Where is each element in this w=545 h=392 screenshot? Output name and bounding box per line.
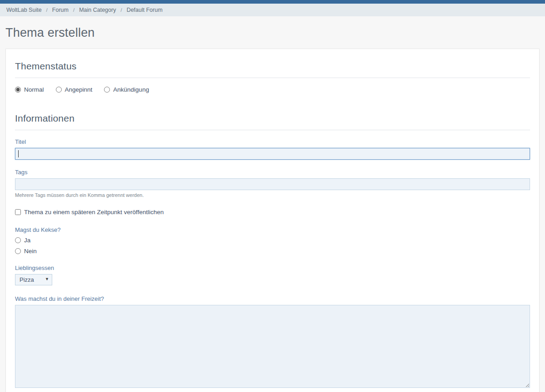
radio-option-ankuendigung[interactable]: Ankündigung	[104, 86, 149, 93]
radio-label-ankuendigung: Ankündigung	[113, 86, 149, 93]
section-title-informationen: Informationen	[15, 113, 530, 130]
content-header: Thema erstellen	[0, 16, 545, 49]
titel-input[interactable]	[15, 148, 530, 160]
breadcrumb-item-forum[interactable]: Forum	[52, 7, 69, 13]
titel-label: Titel	[15, 138, 530, 145]
field-freizeit: Was machst du in deiner Freizeit?	[15, 295, 530, 388]
breadcrumb-item-main-category[interactable]: Main Category	[79, 7, 116, 13]
field-lieblingsessen: Lieblingsessen Pizza ▼	[15, 265, 530, 285]
breadcrumb-separator: /	[46, 7, 48, 13]
radio-label-nein: Nein	[24, 248, 37, 255]
radio-normal[interactable]	[15, 87, 21, 93]
radio-option-normal[interactable]: Normal	[15, 86, 44, 93]
field-kekse: Magst du Kekse? Ja Nein	[15, 226, 530, 255]
section-title-themenstatus: Themenstatus	[15, 61, 530, 78]
publish-later-checkbox[interactable]	[15, 209, 21, 215]
breadcrumb-separator: /	[120, 7, 122, 13]
field-titel: Titel	[15, 138, 530, 160]
breadcrumb: WoltLab Suite / Forum / Main Category / …	[0, 4, 545, 16]
radio-ja[interactable]	[15, 237, 21, 243]
radio-option-angepinnt[interactable]: Angepinnt	[56, 86, 93, 93]
publish-later-option[interactable]: Thema zu einem späteren Zeitpunkt veröff…	[15, 209, 530, 216]
top-accent-bar	[0, 0, 545, 4]
create-topic-form: Themenstatus Normal Angepinnt Ankündigun…	[5, 49, 540, 392]
breadcrumb-item-woltlab-suite[interactable]: WoltLab Suite	[6, 7, 42, 13]
radio-option-ja[interactable]: Ja	[15, 237, 530, 244]
section-themenstatus: Themenstatus Normal Angepinnt Ankündigun…	[15, 61, 530, 93]
radio-option-nein[interactable]: Nein	[15, 248, 530, 255]
field-publish-later: Thema zu einem späteren Zeitpunkt veröff…	[15, 209, 530, 216]
radio-nein[interactable]	[15, 248, 21, 254]
field-tags: Tags Mehrere Tags müssen durch ein Komma…	[15, 169, 530, 198]
page-title: Thema erstellen	[5, 26, 540, 40]
freizeit-label: Was machst du in deiner Freizeit?	[15, 295, 530, 302]
freizeit-textarea[interactable]	[15, 305, 530, 388]
publish-later-label: Thema zu einem späteren Zeitpunkt veröff…	[24, 209, 164, 216]
kekse-radio-group: Ja Nein	[15, 237, 530, 255]
section-informationen: Informationen Titel Tags Mehrere Tags mü…	[15, 113, 530, 388]
radio-label-angepinnt: Angepinnt	[65, 86, 93, 93]
radio-label-ja: Ja	[24, 237, 30, 244]
kekse-label: Magst du Kekse?	[15, 226, 530, 233]
lieblingsessen-label: Lieblingsessen	[15, 265, 530, 271]
radio-ankuendigung[interactable]	[104, 87, 110, 93]
radio-angepinnt[interactable]	[56, 87, 62, 93]
breadcrumb-item-default-forum[interactable]: Default Forum	[127, 7, 163, 13]
tags-label: Tags	[15, 169, 530, 176]
themenstatus-radio-group: Normal Angepinnt Ankündigung	[15, 86, 530, 93]
breadcrumb-separator: /	[73, 7, 74, 13]
tags-help-text: Mehrere Tags müssen durch ein Komma getr…	[15, 192, 530, 198]
tags-input[interactable]	[15, 178, 530, 190]
radio-label-normal: Normal	[24, 86, 44, 93]
lieblingsessen-select[interactable]: Pizza	[15, 274, 52, 285]
